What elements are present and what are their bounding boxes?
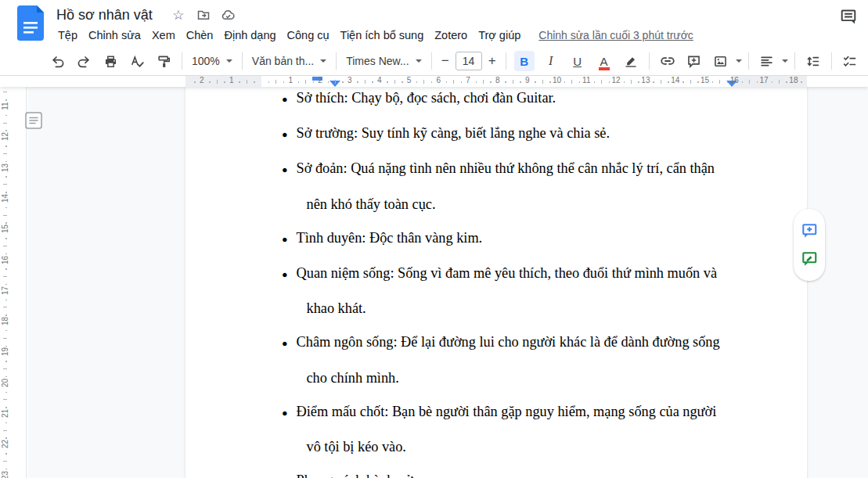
ruler-tick [372, 81, 373, 83]
ruler-tick [3, 368, 7, 369]
doc-line[interactable]: vô tội bị kéo vào. [261, 430, 776, 464]
doc-line[interactable]: cho chính mình. [261, 361, 776, 395]
open-comments-icon[interactable] [838, 6, 859, 27]
increase-font-size-button[interactable]: + [484, 53, 501, 69]
ruler-number: 4 [375, 76, 384, 84]
menu-item[interactable]: Trợ giúp [473, 27, 526, 43]
ruler-tick [5, 284, 7, 286]
font-size-input[interactable]: 14 [456, 52, 482, 70]
doc-content[interactable]: ●Sở thích: Chạy bộ, đọc sách, chơi đàn G… [261, 81, 776, 478]
ruler-tick [520, 81, 521, 83]
redo-button[interactable] [74, 51, 94, 71]
highlight-color-button[interactable] [621, 51, 641, 71]
ruler-tick [476, 81, 477, 83]
bold-button[interactable]: B [514, 51, 535, 71]
doc-line[interactable]: ●Châm ngôn sống: Để lại đường lui cho ng… [261, 325, 776, 361]
ruler-tick [5, 115, 7, 117]
ruler-tick [342, 81, 344, 83]
bullet-icon: ● [282, 164, 288, 175]
ruler-tick [5, 314, 7, 316]
spellcheck-button[interactable] [127, 51, 147, 71]
italic-button[interactable]: I [541, 51, 561, 71]
underline-button[interactable]: U [567, 51, 588, 71]
ruler-number: 17 [1, 286, 9, 296]
ruler-tick [268, 81, 270, 83]
font-family-select[interactable]: Times New... [341, 52, 426, 70]
doc-line[interactable]: ●Phong cách hành xử: [261, 464, 776, 478]
ruler-number: 12 [1, 131, 9, 142]
decrease-font-size-button[interactable]: − [437, 53, 454, 69]
bullet-icon: ● [282, 94, 288, 105]
print-button[interactable] [100, 51, 121, 71]
menu-item[interactable]: Chỉnh sửa [83, 27, 146, 43]
ruler-tick [357, 81, 358, 83]
doc-line[interactable]: ●Tình duyên: Độc thân vàng kim. [261, 221, 776, 257]
doc-line[interactable]: ●Điểm mấu chốt: Bạn bè người thân gặp ng… [261, 395, 776, 430]
chevron-down-icon [320, 59, 326, 63]
align-dropdown[interactable] [782, 59, 788, 63]
ruler-tick [5, 407, 7, 408]
document-title[interactable]: Hồ sơ nhân vật [56, 7, 153, 23]
ruler-number: 13 [641, 76, 650, 84]
ruler-tick [5, 361, 7, 362]
ruler-tick [254, 81, 255, 83]
ruler-tick [247, 80, 247, 84]
ruler-number: 17 [759, 76, 769, 84]
doc-line[interactable]: khao khát. [261, 292, 776, 325]
ruler-tick [749, 80, 750, 84]
document-outline-icon[interactable] [23, 110, 44, 131]
add-comment-float-icon[interactable] [801, 222, 818, 239]
ruler-tick [305, 80, 306, 84]
align-button[interactable] [757, 51, 777, 71]
ruler-tick [757, 81, 758, 83]
ruler-tick [224, 81, 225, 83]
undo-button[interactable] [47, 51, 67, 71]
document-canvas: ●Sở thích: Chạy bộ, đọc sách, chơi đàn G… [27, 87, 868, 478]
line-spacing-button[interactable] [803, 51, 823, 71]
paint-format-button[interactable] [153, 51, 174, 71]
insert-image-button[interactable] [711, 51, 731, 71]
ruler-tick [786, 81, 787, 83]
menu-item[interactable]: Chèn [181, 27, 219, 43]
doc-line[interactable]: ●Quan niệm sống: Sống vì đam mê yêu thíc… [261, 257, 776, 292]
menu-item[interactable]: Tiện ích bổ sung [335, 27, 430, 43]
add-comment-button[interactable] [684, 51, 704, 71]
ruler-tick [3, 246, 7, 246]
checklist-button[interactable] [840, 51, 860, 71]
cloud-saved-icon[interactable] [218, 6, 239, 23]
ruler-number: 10 [553, 76, 562, 84]
ruler-tick [535, 81, 536, 83]
ruler-number: 1 [286, 76, 295, 84]
star-icon[interactable]: ☆ [168, 6, 189, 23]
insert-link-button[interactable] [657, 51, 678, 71]
ruler-tick [5, 300, 7, 301]
ruler-number: 19 [1, 347, 9, 357]
doc-line[interactable]: nên khó thấy toàn cục. [261, 188, 776, 221]
move-folder-icon[interactable] [193, 6, 214, 23]
ruler-tick [3, 153, 7, 154]
ruler-tick [446, 81, 448, 83]
menu-item[interactable]: Xem [146, 27, 181, 43]
paragraph-style-select[interactable]: Văn bản th... [247, 52, 331, 70]
menu-item[interactable]: Định dạng [218, 27, 281, 43]
menu-item[interactable]: Tệp [52, 27, 83, 43]
menu-item[interactable]: Công cụ [282, 27, 335, 43]
zoom-select[interactable]: 100% [187, 52, 237, 70]
menu-item[interactable]: Zotero [429, 27, 473, 43]
bullet-icon: ● [282, 234, 288, 245]
ruler-tick [594, 81, 596, 83]
document-page[interactable]: ●Sở thích: Chạy bộ, đọc sách, chơi đàn G… [185, 87, 807, 478]
insert-image-dropdown[interactable] [736, 59, 742, 63]
doc-line[interactable]: ●Sở trường: Suy tính kỹ càng, biết lắng … [261, 117, 776, 152]
text-color-button[interactable]: A [594, 51, 614, 71]
ruler-tick [490, 81, 492, 83]
toolbar-separator [831, 52, 832, 70]
suggest-edits-icon[interactable] [801, 250, 818, 268]
ruler-tick [209, 81, 211, 83]
google-docs-logo-icon[interactable] [17, 5, 44, 41]
ruler-tick [631, 80, 632, 84]
ruler-tick [365, 80, 366, 84]
ruler-tick [194, 81, 196, 83]
last-edited-link[interactable]: Chỉnh sửa lần cuối 3 phút trước [538, 29, 693, 41]
doc-line[interactable]: ●Sở đoản: Quá nặng tình nên nhiều thứ kh… [261, 152, 776, 187]
